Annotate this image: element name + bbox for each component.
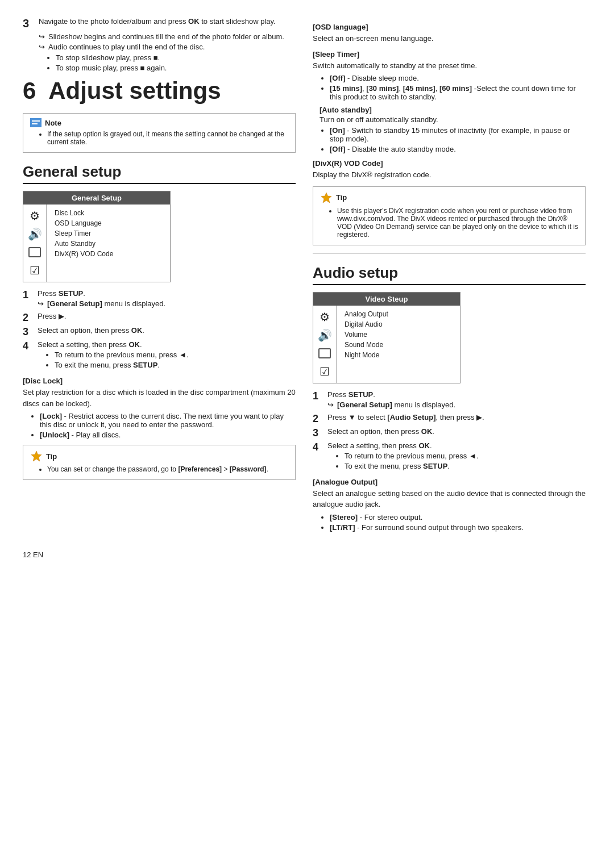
screen-icon — [27, 244, 43, 260]
tip-text-left: You can set or change the password, go t… — [47, 465, 288, 473]
tip-label-right: Tip — [336, 193, 347, 202]
gs-step-3-text: Select an option, then press OK. — [38, 326, 144, 335]
menu-auto-standby[interactable]: Auto Standby — [52, 239, 164, 249]
arrow-icon-gs1: ↪ — [38, 299, 44, 308]
as-step-2-text: Press ▼ to select [Audio Setup], then pr… — [327, 413, 484, 422]
page-footer: 12 EN — [23, 550, 591, 559]
gs-step-4-bullet-2: To exit the menu, press SETUP. — [55, 361, 188, 369]
audio-menu-sound-mode[interactable]: Sound Mode — [342, 340, 454, 350]
sleep-timer-desc: Switch automatically to standby at the p… — [313, 60, 586, 72]
audio-gear-icon: ⚙ — [317, 309, 333, 325]
disc-lock-unlock: [Unlock] - Play all discs. — [40, 431, 296, 439]
ltrt-bullet: [LT/RT] - For surround sound output thro… — [330, 523, 586, 532]
gear-icon: ⚙ — [27, 208, 43, 224]
osd-desc: Select an on-screen menu language. — [313, 33, 586, 44]
as-step-1-text: Press SETUP. — [327, 390, 375, 399]
arrow-icon-2: ↪ — [39, 43, 45, 51]
note-icon — [30, 118, 42, 127]
auto-standby-on: [On] - Switch to standby 15 minutes of i… — [330, 126, 586, 143]
note-text: If the setup option is grayed out, it me… — [47, 130, 288, 146]
arrow-icon-as1: ↪ — [327, 400, 334, 409]
menu-divx-vod[interactable]: DivX(R) VOD Code — [52, 249, 164, 259]
as-step-3-text: Select an option, then press OK. — [327, 427, 434, 436]
divx-heading: [DivX(R) VOD Code] — [313, 159, 586, 168]
arrow-text-1: Slideshow begins and continues till the … — [48, 32, 284, 41]
check-icon: ☑ — [27, 262, 43, 278]
disc-lock-heading: [Disc Lock] — [23, 377, 296, 385]
as-step-2-num: 2 — [313, 413, 323, 425]
setup-icons: ⚙ 🔊 ☑ — [23, 205, 47, 282]
tip-box-right: Tip Use this player's DivX registration … — [313, 186, 586, 245]
gs-step-1-arrow: [General Setup] menu is displayed. — [47, 299, 165, 308]
disc-lock-lock: [Lock] - Restrict access to the current … — [40, 412, 296, 429]
setup-menu-title: General Setup — [23, 191, 170, 205]
audio-menu-digital[interactable]: Digital Audio — [342, 319, 454, 329]
menu-sleep-timer[interactable]: Sleep Timer — [52, 228, 164, 239]
audio-check-icon: ☑ — [317, 364, 333, 379]
footer-text: 12 EN — [23, 550, 43, 559]
audio-menu-volume[interactable]: Volume — [342, 329, 454, 340]
tip-icon-right — [320, 191, 333, 204]
gs-step-1-num: 1 — [23, 289, 33, 301]
audio-menu-night-mode[interactable]: Night Mode — [342, 350, 454, 360]
stop-slideshow-bullet: To stop slideshow play, press ■. — [56, 53, 296, 62]
audio-screen-icon — [317, 345, 333, 361]
as-step-4-num: 4 — [313, 441, 323, 453]
audio-menu-analog[interactable]: Analog Output — [342, 309, 454, 319]
note-box: Note If the setup option is grayed out, … — [23, 113, 296, 153]
menu-osd-language[interactable]: OSD Language — [52, 218, 164, 228]
gs-step-3-num: 3 — [23, 326, 33, 338]
setup-items: Disc Lock OSD Language Sleep Timer Auto … — [47, 205, 170, 282]
audio-setup-items: Analog Output Digital Audio Volume Sound… — [337, 306, 460, 383]
gs-step-2-text: Press ▶. — [38, 312, 66, 320]
analogue-output-desc: Select an analogue setting based on the … — [313, 488, 586, 510]
divx-desc: Display the DivX® registration code. — [313, 169, 586, 181]
as-step-1-arrow: [General Setup] menu is displayed. — [337, 400, 455, 409]
gs-step-4-num: 4 — [23, 340, 33, 352]
sound-icon: 🔊 — [27, 226, 43, 242]
tip-text-right: Use this player's DivX registration code… — [337, 207, 578, 239]
audio-setup-menu: Video Steup ⚙ 🔊 ☑ — [313, 292, 460, 383]
as-step-4-text: Select a setting, then press OK. — [327, 441, 432, 450]
menu-disc-lock[interactable]: Disc Lock — [52, 208, 164, 218]
sleep-mins-bullet: [15 mins], [30 mins], [45 mins], [60 min… — [330, 84, 586, 124]
chapter-heading: 6 Adjust settings — [23, 78, 296, 104]
disc-lock-desc: Set play restriction for a disc which is… — [23, 387, 296, 409]
step-number-3: 3 — [23, 17, 34, 30]
tip-label-left: Tip — [46, 452, 57, 461]
osd-heading: [OSD language] — [313, 23, 586, 31]
arrow-text-2: Audio continues to play until the end of… — [48, 43, 205, 51]
sleep-off-bullet: [Off] - Disable sleep mode. — [330, 74, 586, 82]
svg-marker-1 — [321, 193, 331, 203]
as-step-3-num: 3 — [313, 427, 323, 439]
auto-standby-desc: Turn on or off automatically standby. — [320, 115, 586, 124]
stereo-bullet: [Stereo] - For stereo output. — [330, 513, 586, 521]
as-step-1-num: 1 — [313, 390, 323, 402]
as-step-4-bullet-1: To return to the previous menu, press ◄. — [345, 452, 478, 460]
audio-menu-title: Video Steup — [313, 293, 460, 306]
general-setup-heading: General setup — [23, 163, 296, 184]
gs-step-1-text: Press SETUP. — [38, 289, 85, 298]
step3-text: Navigate to the photo folder/album and p… — [39, 17, 276, 26]
tip-icon-left — [30, 450, 43, 462]
sleep-timer-heading: [Sleep Timer] — [313, 50, 586, 59]
gs-step-4-bullet-1: To return to the previous menu, press ◄. — [55, 350, 188, 359]
svg-marker-0 — [31, 451, 42, 461]
general-setup-menu: General Setup ⚙ 🔊 ☑ — [23, 191, 171, 282]
gs-step-4-text: Select a setting, then press OK. — [38, 340, 142, 349]
tip-box-left: Tip You can set or change the password, … — [23, 445, 296, 480]
arrow-icon-1: ↪ — [39, 32, 45, 41]
analogue-output-heading: [Analogue Output] — [313, 478, 586, 486]
gs-step-2-num: 2 — [23, 312, 33, 324]
auto-standby-off: [Off] - Disable the auto standby mode. — [330, 145, 586, 153]
note-label: Note — [45, 119, 61, 127]
auto-standby-heading: [Auto standby] — [320, 106, 586, 114]
audio-setup-heading: Audio setup — [313, 264, 586, 285]
audio-setup-icons: ⚙ 🔊 ☑ — [313, 306, 337, 383]
as-step-4-bullet-2: To exit the menu, press SETUP. — [345, 462, 478, 470]
stop-music-bullet: To stop music play, press ■ again. — [56, 64, 296, 72]
audio-sound-icon: 🔊 — [317, 327, 333, 343]
